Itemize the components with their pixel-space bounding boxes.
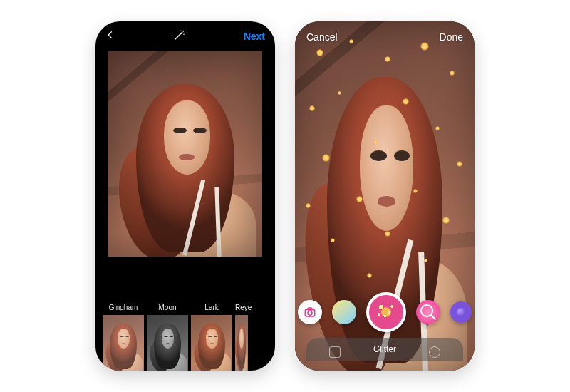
photo-preview[interactable] <box>108 51 262 257</box>
filter-option-lark[interactable]: Lark <box>191 304 232 371</box>
filter-label: Reye <box>235 304 248 312</box>
svg-point-2 <box>183 34 185 36</box>
done-button[interactable]: Done <box>440 31 463 43</box>
back-icon[interactable] <box>105 30 115 43</box>
effect-option-prism[interactable] <box>332 300 356 324</box>
effect-label-bar[interactable]: Glitter <box>306 338 463 361</box>
svg-point-4 <box>308 311 312 315</box>
filter-option-reyes[interactable]: Reye <box>235 304 248 371</box>
cancel-button[interactable]: Cancel <box>306 31 338 43</box>
capture-button[interactable] <box>366 292 406 332</box>
camera-topbar: Cancel Done <box>295 31 475 43</box>
camera-effect-screen: Cancel Done Glitter <box>295 21 475 371</box>
effect-carousel[interactable] <box>295 292 475 332</box>
editor-topbar: Next <box>95 21 275 51</box>
magic-wand-icon[interactable] <box>173 29 186 44</box>
camera-icon[interactable] <box>298 300 322 324</box>
svg-point-0 <box>182 31 184 32</box>
effect-option-search[interactable] <box>416 300 440 324</box>
filter-label: Moon <box>147 304 188 312</box>
svg-point-1 <box>180 30 181 31</box>
selected-effect-label: Glitter <box>373 344 396 354</box>
filter-strip[interactable]: Gingham Moon Lark Reye <box>95 292 275 371</box>
effect-option-orb[interactable] <box>450 301 472 323</box>
filter-editor-screen: Next Gingham Moon <box>95 21 275 371</box>
next-button[interactable]: Next <box>244 31 265 42</box>
photo-preview-area <box>95 51 275 292</box>
filter-option-gingham[interactable]: Gingham <box>103 304 144 371</box>
filter-label: Lark <box>191 304 232 312</box>
filter-option-moon[interactable]: Moon <box>147 304 188 371</box>
filter-label: Gingham <box>103 304 144 312</box>
